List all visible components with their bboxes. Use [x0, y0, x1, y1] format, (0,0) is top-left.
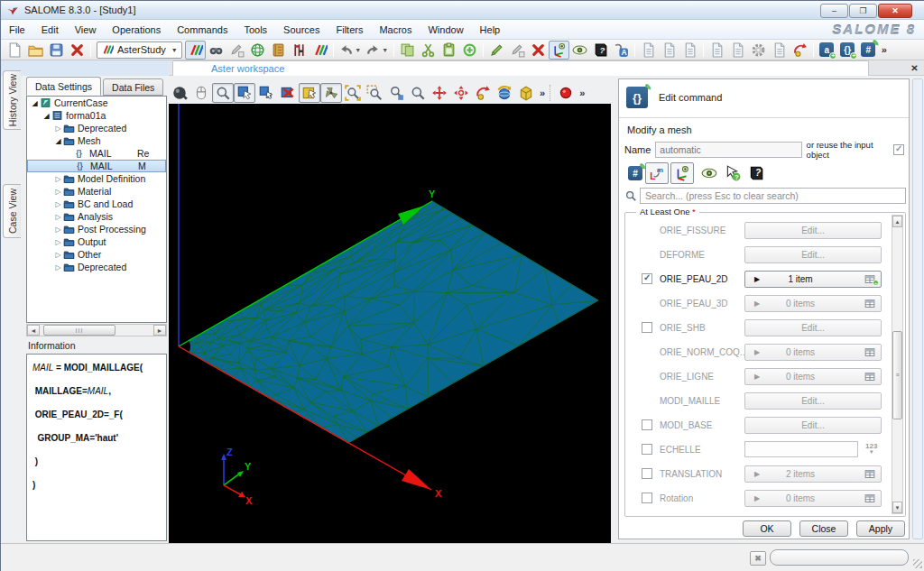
- save-document-icon[interactable]: [46, 41, 67, 60]
- add-dict-variable-icon[interactable]: {}+: [837, 41, 858, 60]
- tree-item-mail[interactable]: {}MAILRe: [27, 147, 166, 160]
- expander-closed-icon[interactable]: ▷: [54, 200, 62, 208]
- dock-edge-scrollbar[interactable]: [912, 78, 923, 539]
- items-button[interactable]: ▶0 items: [744, 344, 882, 361]
- apply-button[interactable]: Apply: [856, 520, 905, 537]
- preview-eye-icon[interactable]: [698, 162, 721, 184]
- items-button[interactable]: ▶0 items: [744, 295, 882, 312]
- module-selector[interactable]: AsterStudy ▼: [97, 41, 182, 59]
- menu-macros[interactable]: Macros: [371, 22, 420, 38]
- menu-sources[interactable]: Sources: [275, 22, 328, 38]
- stage-to-text-icon[interactable]: [727, 41, 748, 60]
- tab-data-settings[interactable]: Data Settings: [26, 77, 101, 96]
- tree-item-output[interactable]: ▷Output: [27, 235, 166, 248]
- redo-icon[interactable]: ▼: [364, 41, 391, 60]
- tree-item-forma01a[interactable]: ◢forma01a: [27, 109, 166, 122]
- show-all-icon[interactable]: [569, 41, 590, 60]
- toolbar-overflow-icon[interactable]: »: [879, 44, 890, 55]
- open-document-icon[interactable]: [25, 41, 46, 60]
- items-button[interactable]: ▶0 items: [744, 490, 882, 507]
- expander-open-icon[interactable]: ◢: [31, 99, 39, 107]
- streams-icon[interactable]: [289, 41, 310, 60]
- title-bar[interactable]: SALOME 8.3.0 - [Study1] – ❐ ✕: [1, 1, 924, 20]
- tree-item-analysis[interactable]: ▷Analysis: [27, 210, 166, 223]
- menu-view[interactable]: View: [67, 22, 105, 38]
- expander-closed-icon[interactable]: ▷: [54, 238, 62, 246]
- expander-closed-icon[interactable]: ▷: [54, 213, 62, 221]
- tab-case-view[interactable]: Case View: [3, 184, 21, 238]
- cancel-progress-icon[interactable]: ✖: [750, 551, 766, 566]
- zoom-icon[interactable]: [385, 83, 407, 103]
- global-pan-icon[interactable]: [450, 83, 472, 103]
- run-settings-icon[interactable]: [748, 41, 769, 60]
- search-input[interactable]: [640, 188, 906, 204]
- dump-view-icon[interactable]: [169, 83, 190, 103]
- param-checkbox[interactable]: [642, 444, 652, 455]
- documentation-icon[interactable]: [590, 41, 611, 60]
- export-stage-icon[interactable]: [679, 41, 700, 60]
- tab-close-icon[interactable]: ✕: [908, 61, 921, 75]
- param-checkbox[interactable]: [642, 468, 652, 479]
- selection-icon[interactable]: [255, 83, 277, 103]
- translation-icon[interactable]: [611, 41, 632, 60]
- close-button[interactable]: ✕: [878, 4, 912, 18]
- items-button[interactable]: ▶0 items: [744, 368, 882, 385]
- tree-item-deprecated[interactable]: ▷Deprecated: [27, 122, 166, 134]
- close-document-icon[interactable]: [67, 41, 88, 60]
- interaction-style-icon[interactable]: [212, 83, 234, 103]
- edit-icon[interactable]: [486, 41, 507, 60]
- show-trihedron-icon[interactable]: [549, 41, 569, 60]
- link-icon[interactable]: [459, 41, 480, 60]
- add-stage-icon[interactable]: [638, 41, 659, 60]
- menu-commands[interactable]: Commands: [169, 22, 236, 38]
- edit-button[interactable]: Edit...: [744, 392, 882, 410]
- menu-edit[interactable]: Edit: [33, 22, 67, 38]
- ok-button[interactable]: OK: [743, 520, 791, 537]
- rotation-point-icon[interactable]: [472, 83, 494, 103]
- tree-item-mail[interactable]: {}MAILM: [27, 160, 166, 172]
- expander-open-icon[interactable]: ◢: [42, 112, 51, 120]
- import-stage-icon[interactable]: [659, 41, 679, 60]
- pan-icon[interactable]: [429, 83, 450, 103]
- scroll-thumb[interactable]: ≡: [892, 331, 902, 419]
- stage-to-graphical-icon[interactable]: [707, 41, 727, 60]
- edit-button[interactable]: Edit...: [744, 417, 882, 434]
- expander-open-icon[interactable]: ◢: [54, 137, 62, 145]
- tree-item-currentcase[interactable]: ◢CurrentCase: [27, 97, 166, 109]
- value-input[interactable]: [744, 441, 858, 457]
- tree-horizontal-scrollbar[interactable]: ◄ III ►: [26, 324, 167, 336]
- plot-module-icon[interactable]: [310, 41, 330, 60]
- menu-filters[interactable]: Filters: [328, 22, 371, 38]
- reuse-input-checkbox[interactable]: [893, 144, 904, 155]
- new-document-icon[interactable]: [5, 41, 25, 60]
- tab-history-view[interactable]: History View: [3, 70, 21, 130]
- menu-tools[interactable]: Tools: [236, 22, 275, 38]
- tree-item-deprecated[interactable]: ▷Deprecated: [27, 261, 166, 273]
- scroll-down-icon[interactable]: ▼: [892, 502, 902, 513]
- fit-area-icon[interactable]: [364, 83, 385, 103]
- deselect-all-icon[interactable]: [277, 83, 299, 103]
- show-in-view-icon[interactable]: [670, 162, 694, 184]
- tree-item-bc-and-load[interactable]: ▷BC and Load: [27, 198, 166, 210]
- menu-help[interactable]: Help: [472, 22, 509, 38]
- tab-aster-workspace[interactable]: Aster workspace: [172, 60, 869, 76]
- expander-closed-icon[interactable]: ▷: [54, 226, 62, 234]
- paste-icon[interactable]: [439, 41, 459, 60]
- param-checkbox[interactable]: [642, 273, 652, 284]
- edit-comment-icon[interactable]: #✎: [625, 162, 645, 184]
- edit-comment-icon[interactable]: #✎: [858, 41, 879, 60]
- add-variable-icon[interactable]: a+: [817, 41, 837, 60]
- edit-button[interactable]: Edit...: [744, 319, 882, 336]
- copy-icon[interactable]: [397, 41, 418, 60]
- viewer-toolbar-overflow-icon[interactable]: »: [537, 87, 548, 98]
- front-view-icon[interactable]: [515, 83, 537, 103]
- scroll-up-icon[interactable]: ▲: [892, 216, 902, 227]
- start-recording-icon[interactable]: [555, 83, 577, 103]
- occ-3d-viewer[interactable]: YXZYX: [169, 104, 611, 543]
- notebook-icon[interactable]: [268, 41, 289, 60]
- fit-all-icon[interactable]: [342, 83, 364, 103]
- mesh-module-icon[interactable]: [247, 41, 268, 60]
- items-button[interactable]: ▶2 items: [744, 465, 882, 483]
- expander-closed-icon[interactable]: ▷: [54, 175, 62, 183]
- rotate-view-icon[interactable]: [494, 83, 515, 103]
